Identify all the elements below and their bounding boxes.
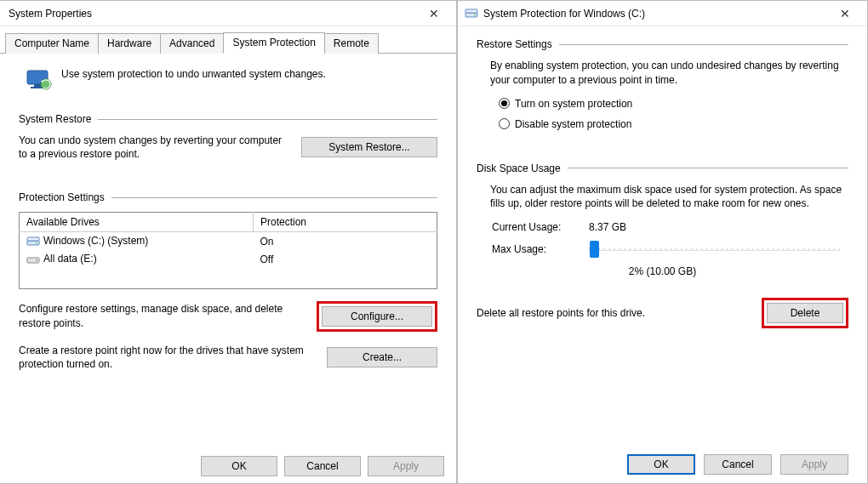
drive-icon: [26, 253, 40, 265]
section-disk-space-usage: Disk Space Usage: [477, 162, 561, 174]
radio-label-off: Disable system protection: [515, 118, 631, 130]
section-protection-settings: Protection Settings: [19, 191, 105, 203]
create-desc: Create a restore point right now for the…: [19, 344, 317, 371]
cancel-button[interactable]: Cancel: [704, 454, 772, 475]
delete-button[interactable]: Delete: [767, 303, 843, 323]
dialog-buttons-right: OK Cancel Apply: [627, 454, 848, 475]
col-protection: Protection: [260, 216, 306, 228]
close-icon[interactable]: ✕: [419, 7, 449, 20]
section-restore-settings: Restore Settings: [477, 38, 552, 50]
slider-caption: 2% (10.00 GB): [477, 265, 848, 277]
tab-remote[interactable]: Remote: [324, 33, 379, 54]
configure-desc: Configure restore settings, manage disk …: [19, 302, 306, 329]
close-icon[interactable]: ✕: [830, 7, 860, 20]
system-protection-icon: [26, 67, 53, 94]
drive-status: Off: [260, 253, 273, 265]
svg-point-11: [474, 14, 476, 15]
tab-system-protection[interactable]: System Protection: [223, 32, 324, 54]
radio-icon: [499, 98, 510, 109]
create-button[interactable]: Create...: [327, 347, 437, 367]
svg-rect-10: [465, 9, 477, 13]
svg-rect-5: [27, 237, 39, 241]
max-usage-slider[interactable]: [589, 240, 840, 259]
tab-hardware[interactable]: Hardware: [98, 33, 161, 54]
col-available-drives: Available Drives: [26, 216, 100, 228]
radio-label-on: Turn on system protection: [515, 98, 632, 110]
tab-computer-name[interactable]: Computer Name: [5, 33, 99, 54]
system-properties-window: System Properties ✕ Computer Name Hardwa…: [0, 0, 457, 484]
svg-point-8: [36, 259, 37, 261]
cancel-button[interactable]: Cancel: [284, 456, 361, 476]
drive-icon: [26, 236, 40, 248]
table-row[interactable]: All data (E:) Off: [20, 250, 437, 268]
svg-point-6: [36, 242, 37, 244]
drive-status: On: [260, 236, 273, 248]
window-title: System Protection for Windows (C:): [482, 8, 830, 20]
intro-text: Use system protection to undo unwanted s…: [61, 67, 326, 82]
apply-button[interactable]: Apply: [780, 454, 848, 475]
ok-button[interactable]: OK: [627, 454, 695, 475]
current-usage-value: 8.37 GB: [589, 221, 626, 233]
dialog-buttons-left: OK Cancel Apply: [201, 456, 444, 476]
radio-disable[interactable]: Disable system protection: [499, 118, 848, 130]
delete-desc: Delete all restore points for this drive…: [477, 307, 751, 319]
slider-thumb-icon: [590, 241, 599, 258]
drives-table: Available Drives Protection Windows (C:)…: [19, 212, 437, 288]
radio-icon: [499, 118, 510, 129]
window-title: System Properties: [7, 8, 419, 20]
system-restore-desc: You can undo system changes by reverting…: [19, 134, 291, 161]
restore-desc: By enabling system protection, you can u…: [490, 59, 848, 88]
configure-button[interactable]: Configure...: [322, 306, 432, 327]
configure-highlight: Configure...: [317, 301, 437, 332]
section-system-restore: System Restore: [19, 113, 91, 125]
drive-name: All data (E:): [43, 253, 97, 265]
system-restore-button[interactable]: System Restore...: [301, 137, 437, 157]
apply-button[interactable]: Apply: [368, 456, 444, 476]
current-usage-label: Current Usage:: [492, 221, 577, 233]
table-row[interactable]: Windows (C:) (System) On: [20, 232, 437, 250]
tabs-row: Computer Name Hardware Advanced System P…: [0, 31, 456, 54]
titlebar-left: System Properties ✕: [0, 1, 456, 26]
drive-name: Windows (C:) (System): [43, 235, 148, 247]
system-protection-dialog: System Protection for Windows (C:) ✕ Res…: [457, 0, 868, 484]
max-usage-label: Max Usage:: [492, 243, 577, 255]
tab-advanced[interactable]: Advanced: [160, 33, 224, 54]
delete-highlight: Delete: [762, 298, 848, 328]
ok-button[interactable]: OK: [201, 456, 277, 476]
svg-rect-1: [34, 84, 41, 87]
disk-desc: You can adjust the maximum disk space us…: [490, 183, 848, 212]
drive-icon: [465, 8, 478, 20]
titlebar-right: System Protection for Windows (C:) ✕: [458, 1, 867, 26]
radio-turn-on[interactable]: Turn on system protection: [499, 98, 848, 110]
